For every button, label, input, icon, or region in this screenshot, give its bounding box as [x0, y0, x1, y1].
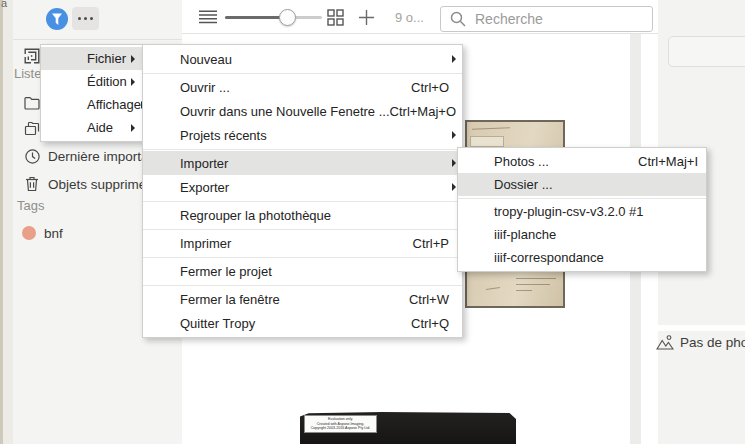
menu-item-label: Photos ...	[494, 154, 549, 169]
menu-item-iiif-planche[interactable]: iiif-planche	[458, 223, 706, 246]
menu-item-label: tropy-plugin-csv-v3.2.0 #1	[494, 204, 644, 219]
menu-shortcut: Ctrl+W	[409, 292, 456, 307]
menu-item-dition[interactable]: Édition	[41, 70, 142, 93]
file-menu: NouveauOuvrir ...Ctrl+OOuvrir dans une N…	[142, 44, 463, 338]
submenu-arrow-icon	[131, 78, 135, 86]
clock-icon	[24, 149, 40, 164]
zoom-slider-handle[interactable]	[279, 9, 296, 26]
menu-item-aide[interactable]: Aide	[41, 116, 142, 139]
thumbnail-paper-label	[470, 136, 504, 147]
submenu-arrow-icon	[452, 131, 456, 139]
tropy-funnel-icon	[51, 13, 63, 25]
import-submenu: Photos ...Ctrl+Maj+IDossier ...tropy-plu…	[457, 147, 707, 272]
sidebar-header-divider	[13, 39, 182, 40]
menu-item-fermer-le-projet[interactable]: Fermer le projet	[143, 259, 462, 283]
more-options-button[interactable]	[72, 7, 99, 30]
submenu-arrow-icon	[131, 124, 135, 132]
grid-view-icon[interactable]	[327, 9, 344, 30]
thumbnail-handwriting-mark	[516, 278, 556, 279]
menu-item-dossier[interactable]: Dossier ...	[458, 173, 706, 196]
tag-label: bnf	[44, 226, 63, 241]
menu-item-nouveau[interactable]: Nouveau	[143, 47, 462, 71]
plus-icon	[358, 9, 375, 26]
menu-item-fermer-la-fen-tre[interactable]: Fermer la fenêtreCtrl+W	[143, 287, 462, 311]
list-view-icon[interactable]	[199, 10, 217, 28]
sidebar-item-label: Objets supprimés	[48, 177, 153, 192]
background-window-edge-line	[0, 0, 3, 444]
submenu-arrow-icon	[452, 183, 456, 191]
menu-item-label: Imprimer	[180, 236, 231, 251]
search-icon	[450, 11, 466, 27]
menu-item-iiif-correspondance[interactable]: iiif-correspondance	[458, 246, 706, 269]
menu-item-label: Ouvrir ...	[180, 80, 230, 95]
tag-color-dot	[22, 226, 36, 240]
menu-shortcut: Ctrl+P	[413, 236, 456, 251]
menu-item-label: Regrouper la photothèque	[180, 208, 331, 223]
menu-item-projets-r-cents[interactable]: Projets récents	[143, 123, 462, 147]
menu-item-label: Édition	[87, 74, 127, 89]
menu-item-label: iiif-correspondance	[494, 250, 604, 265]
no-photo-row: Pas de photo	[656, 335, 745, 350]
item-count-label: 9 o...	[395, 10, 424, 25]
zoom-slider-fill	[225, 16, 284, 19]
add-item-button[interactable]	[358, 9, 375, 30]
submenu-arrow-icon	[452, 159, 456, 167]
sidebar-tags-heading: Tags	[17, 198, 44, 213]
menu-item-importer[interactable]: Importer	[143, 151, 462, 175]
menu-item-label: Aide	[87, 120, 113, 135]
menu-item-label: Dossier ...	[494, 177, 553, 192]
panel-tab-placeholder[interactable]	[668, 36, 745, 67]
menu-shortcut: Ctrl+Maj+O	[390, 104, 463, 119]
menu-item-label: Nouveau	[180, 52, 232, 67]
menubar-dropdown: FichierÉditionAffichageAide	[40, 44, 143, 142]
menu-item-imprimer[interactable]: ImprimerCtrl+P	[143, 231, 462, 255]
thumbnail-handwriting-mark	[516, 290, 532, 291]
menu-item-tropy-plugin-csv-v3-2-0-1[interactable]: tropy-plugin-csv-v3.2.0 #1	[458, 200, 706, 223]
menu-item-photos[interactable]: Photos ...Ctrl+Maj+I	[458, 150, 706, 173]
photo-watermark-label: Evaluation only.Created with Aspose.Imag…	[304, 415, 377, 433]
project-maze-icon	[24, 48, 40, 64]
menu-item-label: Fermer la fenêtre	[180, 292, 280, 307]
tropy-app-icon	[46, 8, 68, 30]
no-photo-label: Pas de photo	[680, 335, 745, 350]
stacked-folders-icon	[24, 121, 40, 136]
menu-item-label: Importer	[180, 156, 228, 171]
ellipsis-icon	[78, 17, 81, 20]
menu-shortcut: Ctrl+Q	[411, 316, 456, 331]
menu-shortcut: Ctrl+Maj+I	[638, 154, 698, 169]
menu-item-label: Exporter	[180, 180, 229, 195]
menu-item-label: Fermer le projet	[180, 264, 272, 279]
menu-item-label: Ouvrir dans une Nouvelle Fenetre ...	[180, 104, 390, 119]
background-window-text: a	[1, 0, 7, 9]
menu-item-ouvrir[interactable]: Ouvrir ...Ctrl+O	[143, 75, 462, 99]
background-window-edge: a	[0, 0, 14, 444]
thumbnail-handwriting-mark	[516, 284, 550, 285]
menu-item-label: Fichier	[87, 51, 126, 66]
trash-icon	[24, 176, 40, 192]
menu-shortcut: Ctrl+O	[411, 80, 456, 95]
menu-item-ouvrir-dans-une-nouvelle-fenetre[interactable]: Ouvrir dans une Nouvelle Fenetre ...Ctrl…	[143, 99, 462, 123]
folder-icon	[24, 96, 40, 110]
no-photo-icon	[656, 335, 674, 350]
search-box[interactable]	[440, 6, 653, 32]
watermark-line: Copyright 2003-2016 Aspose Pty Ltd.	[311, 426, 371, 431]
menu-item-regrouper-la-phototh-que[interactable]: Regrouper la photothèque	[143, 203, 462, 227]
submenu-arrow-icon	[452, 55, 456, 63]
submenu-arrow-icon	[131, 55, 135, 63]
menu-item-label: iiif-planche	[494, 227, 556, 242]
toolbar-divider	[182, 33, 658, 34]
search-input[interactable]	[473, 10, 627, 28]
menu-item-label: Projets récents	[180, 128, 267, 143]
menu-item-label: Affichage	[87, 97, 141, 112]
menu-item-label: Quitter Tropy	[180, 316, 255, 331]
menu-item-affichage[interactable]: Affichage	[41, 93, 142, 116]
menu-item-fichier[interactable]: Fichier	[41, 47, 142, 70]
menu-item-exporter[interactable]: Exporter	[143, 175, 462, 199]
menu-item-quitter-tropy[interactable]: Quitter TropyCtrl+Q	[143, 311, 462, 335]
